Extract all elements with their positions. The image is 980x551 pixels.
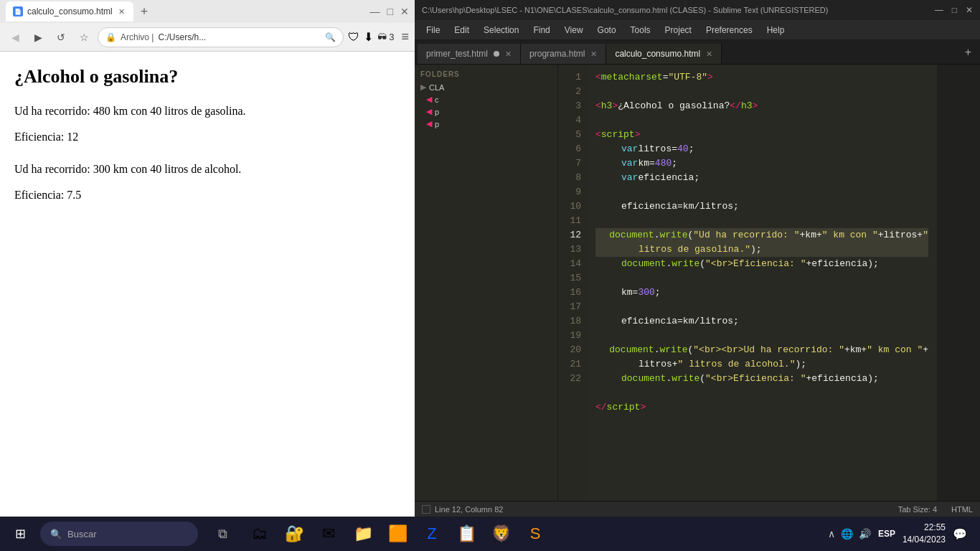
chevron-up-icon[interactable]: ∧ [828,528,835,540]
code-line-3: <h3>¿Alcohol o gasolina?</h3> [595,99,928,113]
taskbar-right: ∧ 🌐 🔊 ESP 22:55 14/04/2023 💬 [828,522,974,546]
code-line-20: document.write("<br>Eficiencia: "+eficie… [595,372,928,386]
minimize-button[interactable]: — [935,5,943,15]
forward-button[interactable]: ▶ [29,28,47,47]
close-button[interactable]: ✕ [966,5,973,15]
taskbar-search[interactable]: 🔍 Buscar [40,522,198,546]
menu-goto[interactable]: Goto [590,22,623,38]
ln-20: 20 [558,343,581,357]
search-placeholder: Buscar [67,529,96,540]
zoom-app[interactable]: Z [416,518,448,550]
new-tab-button[interactable]: + [136,4,153,19]
menu-tools[interactable]: Tools [623,22,658,38]
browser-content: ¿Alcohol o gasolina? Ud ha recorrido: 48… [0,52,415,517]
page-line4: Eficiencia: 7.5 [14,186,400,204]
folder-cla[interactable]: ▶ CLA [415,81,557,93]
security-app[interactable]: 🔐 [278,518,310,550]
folder-icon: 📁 [354,524,373,543]
reload-button[interactable]: ↺ [52,28,70,47]
folder-p2[interactable]: ◀ p [415,118,557,130]
code-editor[interactable]: <meta charset="UTF-8"> <h3>¿Alcohol o ga… [587,65,937,501]
new-tab-button[interactable]: + [959,46,977,59]
tab-close[interactable]: ✕ [505,50,512,59]
ln-12: 12 [558,228,581,242]
brave-icon: 🦁 [491,524,511,543]
tab-primer-test[interactable]: primer_test.html ✕ [418,44,521,64]
restore-button[interactable]: □ [952,5,957,15]
ln-3: 3 [558,99,581,113]
ln-19: 19 [558,329,581,343]
address-text: C:/Users/h... [158,32,320,42]
mail-app[interactable]: ✉ [313,518,344,550]
syntax-status: HTML [951,505,973,514]
extensions-icon[interactable]: 🕶 3 [377,32,395,42]
sublime-menubar: File Edit Selection Find View Goto Tools… [415,20,980,40]
menu-find[interactable]: Find [526,22,557,38]
shield-icon[interactable]: 🛡 [348,31,359,44]
code-line-22: </script> [595,400,928,415]
ln-9: 9 [558,185,581,199]
page-line3: Ud ha recorrido: 300 km con 40 litros de… [14,160,400,179]
code-line-21 [595,386,928,400]
status-left: Line 12, Column 82 [422,505,503,514]
sublime-statusbar: Line 12, Column 82 Tab Size: 4 HTML [415,501,980,517]
orange-app[interactable]: 🟧 [382,518,413,550]
menu-button[interactable]: ≡ [401,29,409,44]
tab-programa[interactable]: programa.html ✕ [521,44,606,64]
note-app[interactable]: 📋 [451,518,482,550]
menu-edit[interactable]: Edit [447,22,476,38]
tab-close-active[interactable]: ✕ [706,50,712,59]
folder-app[interactable]: 📁 [347,518,379,550]
ln-2: 2 [558,85,581,99]
sublime-window: C:\Users\hp\Desktop\LSEC - N1\ONE\CLASES… [415,0,980,517]
sublime-app[interactable]: S [519,518,551,550]
code-line-14 [595,271,928,286]
menu-selection[interactable]: Selection [476,22,526,38]
folder-p1[interactable]: ◀ p [415,105,557,118]
start-button[interactable]: ⊞ [6,519,34,548]
ln-10: 10 [558,199,581,214]
maximize-icon[interactable]: □ [387,6,393,17]
code-line-7: var km = 480; [595,156,928,171]
close-icon[interactable]: ✕ [400,6,409,17]
menu-file[interactable]: File [419,22,447,38]
network-icon[interactable]: 🌐 [841,528,853,540]
download-icon[interactable]: ⬇ [364,30,373,44]
taskbar-apps: 🗂 🔐 ✉ 📁 🟧 Z 📋 🦁 S [244,518,551,550]
brave-app[interactable]: 🦁 [485,518,517,550]
tab-close-button[interactable]: ✕ [117,7,126,17]
menu-project[interactable]: Project [658,22,699,38]
ln-8: 8 [558,171,581,185]
folder-c[interactable]: ◀ c [415,93,557,105]
code-line-12b: litros de gasolina."); [595,242,928,257]
menu-preferences[interactable]: Preferences [699,22,760,38]
address-bar[interactable]: 🔒 Archivo | C:/Users/h... 🔍 [98,27,344,47]
menu-help[interactable]: Help [760,22,792,38]
ln-18: 18 [558,314,581,329]
browser-tab-active[interactable]: 📄 calculo_consumo.html ✕ [6,1,133,22]
folder-icon: ▶ [420,83,426,92]
task-view-button[interactable]: ⧉ [207,518,238,550]
page-title: ¿Alcohol o gasolina? [14,66,400,88]
code-line-19b: litros+" litros de alcohol."); [595,357,928,372]
back-button[interactable]: ◀ [6,28,24,47]
bookmark-button[interactable]: ☆ [75,28,93,47]
ln-7: 7 [558,156,581,171]
taskbar: ⊞ 🔍 Buscar ⧉ 🗂 🔐 ✉ 📁 🟧 Z 📋 🦁 [0,517,980,551]
tab-size-status: Tab Size: 4 [898,505,937,514]
tab-close[interactable]: ✕ [590,50,597,59]
minimize-icon[interactable]: — [370,6,380,17]
tab-calculo-consumo[interactable]: calculo_consumo.html ✕ [606,44,722,64]
taskbar-time[interactable]: 22:55 14/04/2023 [903,522,946,546]
notification-icon[interactable]: 💬 [953,527,967,541]
code-line-2 [595,85,928,99]
volume-icon[interactable]: 🔊 [859,528,871,540]
ln-21: 21 [558,357,581,372]
ln-16: 16 [558,286,581,300]
menu-view[interactable]: View [557,22,590,38]
code-line-13: document.write("<br>Eficiencia: "+eficie… [595,257,928,271]
folders-header: FOLDERS [415,67,557,81]
explorer-app[interactable]: 🗂 [244,518,275,550]
sublime-tabs: primer_test.html ✕ programa.html ✕ calcu… [415,40,980,65]
tab-modified-dot [494,51,499,57]
